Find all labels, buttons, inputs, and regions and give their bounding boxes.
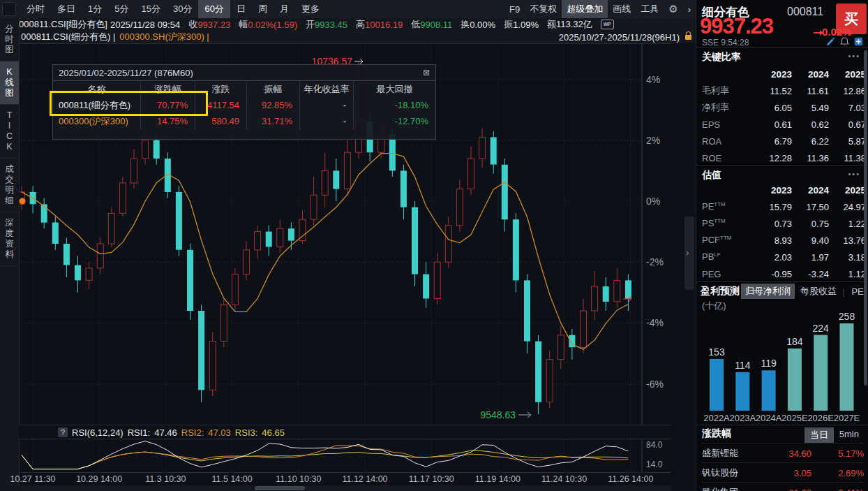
period-tab-多日[interactable]: 多日 (51, 0, 82, 18)
edit-pencil-icon[interactable] (826, 37, 835, 46)
time-tick: 11.17 10:30 (409, 474, 454, 484)
exchange-time: SSE 9:54:28 (702, 38, 749, 47)
mover-row-钒钛股份[interactable]: 钒钛股份3.052.69% (702, 462, 864, 483)
metric-value: 9.40 (792, 235, 829, 246)
panel-expand-chevron-icon[interactable]: › (686, 247, 689, 258)
valuation-title: 估值 (702, 169, 721, 182)
draw-line-button[interactable]: 画线 (608, 0, 636, 18)
scrollbar-thumb[interactable] (255, 486, 305, 490)
sidebar-item-成交明细[interactable]: 成 交 明 细 (0, 159, 19, 212)
mover-row-盛新锂能[interactable]: 盛新锂能34.605.17% (702, 443, 864, 463)
rsi-scale-bottom: 14.0 (646, 460, 662, 469)
wp-monitor-icon[interactable]: WP (601, 20, 614, 29)
valuation-menu-icon[interactable]: ••• (848, 170, 860, 178)
change-arrow-icon (814, 32, 821, 34)
toolbar-more-chevron-icon[interactable]: › (683, 0, 696, 18)
movers-title: 涨跌幅 (702, 427, 731, 440)
period-tab-60分[interactable]: 60分 (198, 0, 230, 18)
metric-label: 净利率 (702, 101, 755, 114)
year-2023: 2023 (755, 185, 792, 196)
sidebar-item-TICK[interactable]: T I C K (0, 105, 19, 159)
stats-cell-annual: - (299, 97, 353, 113)
period-tab-更多[interactable]: 更多 (295, 0, 326, 18)
alert-bell-icon[interactable] (840, 37, 849, 46)
close-label: 收 (188, 18, 197, 31)
metric-label: ROA (702, 136, 755, 147)
mover-percent: 2.41% (811, 488, 864, 491)
metric-label: PSTTM (702, 218, 755, 228)
metric-value: 0.61 (755, 119, 792, 130)
bar-category-label: 2023A (730, 413, 756, 423)
close-icon[interactable]: ⊠ (423, 68, 430, 78)
rsi-label[interactable]: RSI(6,12,24) (72, 427, 124, 438)
quote-bar: 000811.CSI[细分有色] 2025/11/28 09:54 收 9937… (19, 18, 696, 31)
tools-button[interactable]: 工具 (636, 0, 664, 18)
mover-row-雅化集团[interactable]: 雅化集团21.682.41% (702, 482, 864, 491)
mover-percent: 5.17% (811, 448, 864, 459)
turnover-value: 0.00% (470, 20, 495, 30)
key-ratios-title: 关键比率 (702, 51, 741, 64)
period-tab-周[interactable]: 周 (252, 0, 274, 18)
bar-category-label: 2025E (781, 413, 808, 423)
toolbar: 分时多日1分5分15分30分60分日周月更多 F9 不复权 超级叠加 画线 工具… (0, 0, 696, 19)
period-tab-5分[interactable]: 5分 (108, 0, 135, 18)
stats-header-年化收益率: 年化收益率 (299, 81, 353, 97)
metric-value: 1.12 (829, 269, 866, 279)
movers-tab-5min[interactable]: 5min (834, 427, 865, 441)
period-tab-15分[interactable]: 15分 (135, 0, 166, 18)
app-grid-icon[interactable] (2, 2, 16, 16)
sidebar-item-深度资料[interactable]: 深 度 资 料 (0, 212, 19, 266)
f9-button[interactable]: F9 (504, 0, 525, 18)
metric-row-毛利率: 毛利率11.5211.6112.86 (702, 83, 866, 98)
metric-value: 6.22 (792, 136, 829, 147)
period-tab-日[interactable]: 日 (230, 0, 252, 18)
bar-category-label: 2026E (807, 413, 834, 423)
movers-tab-当日[interactable]: 当日 (805, 427, 834, 443)
metric-label: PCFTTM (702, 235, 755, 245)
time-tick: 10.27 11:30 (10, 474, 55, 484)
super-overlay-button[interactable]: 超级叠加 (562, 0, 608, 18)
metric-row-PE: PETTM15.7917.5024.97 (702, 199, 866, 214)
period-tab-1分[interactable]: 1分 (82, 0, 108, 18)
amplitude-label: 振 (504, 18, 513, 31)
compare-primary[interactable]: 000811.CSI(细分有色) | (21, 31, 115, 43)
lock-icon[interactable] (685, 35, 691, 40)
settings-gear-icon[interactable]: ⚙ (664, 0, 682, 18)
time-tick: 11.12 14:00 (342, 474, 387, 484)
period-tab-月[interactable]: 月 (274, 0, 295, 18)
stock-code: 000811 (787, 6, 823, 18)
metric-label: PETTM (702, 201, 755, 212)
key-ratios-menu-icon[interactable]: ••• (848, 52, 860, 60)
forecast-tab-归母净利润[interactable]: 归母净利润 (741, 284, 795, 299)
rsi-chart[interactable] (19, 439, 671, 473)
metric-value: 0.75 (792, 219, 829, 229)
period-tab-分时[interactable]: 分时 (20, 0, 51, 18)
sidebar-item-分时图[interactable]: 分 时 图 (0, 18, 19, 61)
mover-name: 盛新锂能 (702, 447, 763, 460)
sidebar-item-K线图[interactable]: K 线 图 (0, 61, 19, 105)
rsi2-label: RSI2: (181, 427, 204, 438)
adjust-mode-button[interactable]: 不复权 (525, 0, 562, 18)
forecast-bar-2027E (840, 323, 854, 411)
time-tick: 11.5 14:00 (212, 474, 253, 484)
right-panel-scrollbar[interactable] (864, 50, 867, 386)
stats-cell-amp: 31.71% (246, 113, 299, 129)
stock-info-panel: 细分有色 000811 买 9937.23 0.02% SSE 9:54:28 … (696, 0, 868, 491)
rsi3-value: 46.65 (262, 427, 285, 438)
metric-row-EPS: EPS0.610.620.67 (702, 117, 866, 132)
drawing-anchor-dot[interactable] (20, 198, 26, 205)
y-axis-label: -4% (646, 317, 664, 328)
y-axis-label: 2% (646, 135, 660, 146)
horizontal-scrollbar[interactable] (19, 485, 671, 491)
metric-value: -0.95 (755, 269, 792, 279)
metric-value: 7.03 (829, 103, 866, 113)
help-icon[interactable]: ? (58, 427, 68, 437)
period-tab-30分[interactable]: 30分 (167, 0, 198, 18)
turnover-label: 换 (461, 18, 470, 31)
forecast-tab-每股收益[interactable]: 每股收益 (796, 284, 841, 299)
metric-value: 11.52 (755, 86, 792, 96)
metric-value: 0.67 (829, 119, 866, 130)
low-value: 9908.11 (420, 20, 452, 30)
compare-secondary[interactable]: 000300.SH(沪深300) | (119, 31, 209, 43)
add-plus-icon[interactable] (854, 37, 863, 46)
